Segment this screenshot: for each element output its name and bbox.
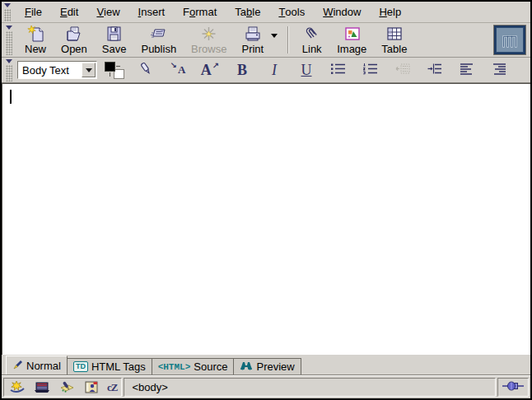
- menubar-grippy[interactable]: [2, 2, 12, 21]
- menu-label: H: [379, 6, 386, 18]
- print-icon: [242, 25, 263, 43]
- outdent-button: [392, 59, 413, 81]
- collapse-arrow-icon: [6, 59, 12, 63]
- chatzilla-icon[interactable]: cZ: [107, 381, 117, 394]
- publish-button[interactable]: Publish: [133, 24, 184, 56]
- numbered-list-button[interactable]: [360, 59, 381, 81]
- text-caret: [10, 90, 12, 104]
- open-button-label: Open: [61, 43, 87, 55]
- composer-icon[interactable]: [58, 380, 76, 394]
- menu-label: elp: [387, 6, 401, 18]
- text-color-picker[interactable]: [105, 62, 124, 79]
- bullet-list-button[interactable]: [328, 59, 349, 81]
- address-book-icon[interactable]: [82, 380, 100, 394]
- online-status-cell[interactable]: [497, 378, 529, 397]
- highlight-color-button[interactable]: [135, 59, 156, 81]
- link-button-label: Link: [302, 43, 322, 55]
- link-paperclip-icon: [301, 25, 322, 43]
- chatzilla-glyph: cZ: [107, 381, 117, 394]
- outdent-icon: [394, 63, 411, 78]
- align-right-button[interactable]: [488, 59, 510, 81]
- menu-label: iew: [104, 6, 120, 18]
- format-toolbar-grippy[interactable]: [4, 58, 14, 81]
- paragraph-format-select[interactable]: Body Text: [17, 61, 97, 79]
- format-toolbar: Body Text ↘A A↗ B I U: [2, 58, 530, 83]
- toolbar-separator: [287, 26, 289, 53]
- publish-icon: [148, 25, 169, 43]
- tab-preview[interactable]: Preview: [234, 358, 301, 374]
- decrease-font-size-button[interactable]: ↘A: [167, 59, 189, 81]
- paragraph-format-value: Body Text: [18, 64, 82, 77]
- align-right-icon: [492, 63, 506, 78]
- browse-icon: [198, 25, 219, 43]
- collapse-arrow-icon: [4, 3, 11, 7]
- online-plug-icon: [502, 380, 525, 395]
- menu-label: b: [246, 6, 252, 18]
- menu-tools[interactable]: Tools: [269, 2, 314, 22]
- italic-icon: I: [272, 63, 277, 77]
- menu-label: le: [252, 6, 260, 18]
- menu-label: W: [323, 6, 333, 18]
- italic-button[interactable]: I: [264, 59, 285, 81]
- edit-mode-tabbar: Normal TD HTML Tags <HTML> Source Previe…: [2, 355, 530, 375]
- element-path: <body>: [132, 381, 167, 393]
- html-source-icon: <HTML>: [158, 362, 191, 372]
- menu-label: Ta: [235, 6, 246, 18]
- image-icon: [342, 25, 362, 43]
- main-toolbar-grippy[interactable]: [4, 25, 14, 55]
- align-left-button[interactable]: [456, 59, 478, 81]
- text-color-swatch[interactable]: [105, 62, 115, 72]
- preview-binoculars-icon: [240, 360, 253, 373]
- arrow-down-icon: ↘: [170, 61, 177, 70]
- menu-format[interactable]: Format: [174, 2, 226, 22]
- tab-preview-label: Preview: [256, 360, 294, 373]
- open-button[interactable]: Open: [54, 24, 95, 56]
- menu-label: V: [96, 6, 104, 18]
- increase-font-size-button[interactable]: A↗: [199, 59, 221, 81]
- open-folder-icon: [63, 25, 84, 43]
- save-button-label: Save: [102, 43, 127, 55]
- larger-a-glyph: A: [201, 62, 212, 79]
- mail-icon[interactable]: [33, 380, 51, 394]
- indent-button[interactable]: [424, 59, 446, 81]
- menu-edit[interactable]: Edit: [51, 2, 87, 22]
- table-button[interactable]: Table: [374, 24, 414, 56]
- menu-file[interactable]: File: [16, 2, 51, 22]
- smaller-a-glyph: A: [178, 63, 185, 77]
- editor-canvas[interactable]: [2, 83, 530, 355]
- underline-button[interactable]: U: [296, 59, 317, 81]
- tab-normal[interactable]: Normal: [6, 356, 68, 374]
- menu-help[interactable]: Help: [370, 2, 410, 22]
- print-button[interactable]: Print: [234, 24, 271, 56]
- save-button[interactable]: Save: [95, 24, 134, 56]
- menu-label: F: [25, 6, 31, 18]
- menu-window[interactable]: Window: [314, 2, 370, 22]
- tab-html-tags[interactable]: TD HTML Tags: [68, 358, 152, 374]
- main-toolbar: New Open Save: [2, 23, 530, 58]
- menu-table[interactable]: Table: [226, 2, 269, 22]
- print-dropdown-arrow[interactable]: [271, 34, 278, 38]
- menu-insert[interactable]: Insert: [129, 2, 175, 22]
- indent-icon: [427, 63, 443, 78]
- image-button[interactable]: Image: [329, 24, 374, 56]
- composer-window: File Edit View Insert Format Table Tools…: [0, 0, 532, 400]
- browse-button-label: Browse: [191, 43, 226, 55]
- table-icon: [384, 25, 404, 43]
- highlight-pen-icon: [137, 61, 155, 79]
- color-tick: [116, 66, 120, 67]
- tab-source[interactable]: <HTML> Source: [152, 358, 235, 374]
- navigator-icon[interactable]: [8, 380, 26, 394]
- grippy-dots: [6, 65, 12, 81]
- arrow-up-icon: ↗: [212, 61, 219, 70]
- browse-button: Browse: [184, 24, 234, 56]
- print-button-label: Print: [241, 43, 264, 55]
- menu-view[interactable]: View: [87, 2, 128, 22]
- bold-button[interactable]: B: [231, 59, 253, 81]
- new-button[interactable]: New: [17, 24, 54, 56]
- element-path-cell[interactable]: <body>: [124, 378, 496, 397]
- status-bar: cZ <body>: [2, 375, 530, 398]
- mozilla-throbber[interactable]: [493, 25, 526, 55]
- align-left-icon: [460, 63, 474, 78]
- paragraph-format-dropdown-button[interactable]: [82, 63, 96, 77]
- link-button[interactable]: Link: [294, 24, 329, 56]
